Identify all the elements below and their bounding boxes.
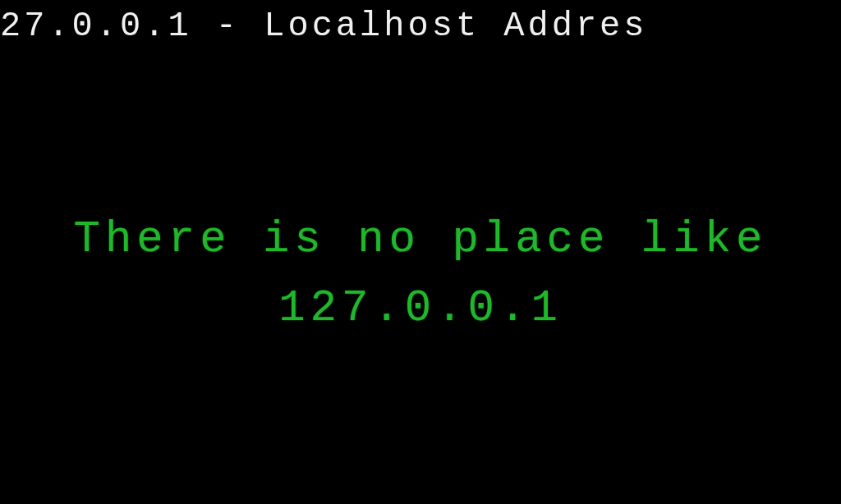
header-title: 27.0.0.1 - Localhost Addres — [0, 7, 841, 46]
slogan-line-1: There is no place like — [0, 205, 841, 274]
slogan-line-2: 127.0.0.1 — [0, 274, 841, 343]
main-slogan-container: There is no place like 127.0.0.1 — [0, 205, 841, 342]
